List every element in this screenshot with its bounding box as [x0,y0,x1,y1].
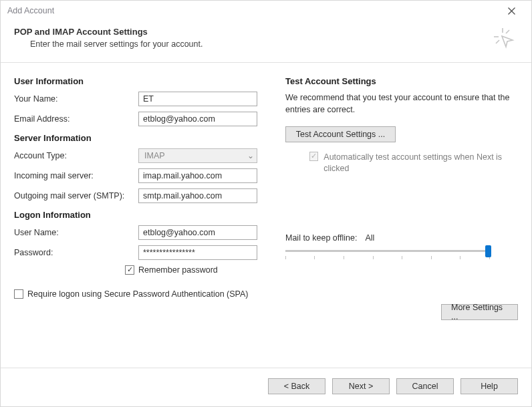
spa-checkbox[interactable] [14,289,23,299]
remember-password-label: Remember password [138,265,218,275]
username-input[interactable] [138,225,257,240]
close-icon [508,7,515,15]
next-button[interactable]: Next > [332,378,390,394]
account-type-select: IMAP ⌄ [138,148,257,163]
username-label: User Name: [14,228,138,237]
slider-track [285,250,489,252]
incoming-server-input[interactable] [138,168,257,183]
your-name-input[interactable] [138,92,257,106]
test-recommend-text: We recommend that you test your account … [285,92,518,116]
titlebar: Add Account [1,1,531,21]
logon-information-heading: Logon Information [14,210,268,220]
spa-row[interactable]: Require logon using Secure Password Auth… [14,289,268,299]
spa-label: Require logon using Secure Password Auth… [27,289,249,299]
window-title: Add Account [7,6,54,15]
account-type-label: Account Type: [14,151,138,160]
auto-test-row: Automatically test account settings when… [309,152,518,174]
mail-offline-label: Mail to keep offline: [285,233,357,243]
email-input[interactable] [138,112,257,126]
mail-offline-section: Mail to keep offline: All [285,233,518,263]
close-button[interactable] [498,1,525,20]
password-row: Password: [14,245,268,260]
incoming-server-label: Incoming mail server: [14,171,138,180]
user-information-heading: User Information [14,76,268,86]
svg-line-5 [496,40,499,43]
test-account-settings-button[interactable]: Test Account Settings ... [285,126,396,142]
outgoing-server-label: Outgoing mail server (SMTP): [14,191,138,200]
chevron-down-icon: ⌄ [247,151,254,160]
header-subtitle: Enter the mail server settings for your … [30,39,203,49]
header-text: POP and IMAP Account Settings Enter the … [14,27,203,49]
right-column: Test Account Settings We recommend that … [285,72,518,361]
help-button[interactable]: Help [460,378,518,394]
outgoing-server-input[interactable] [138,188,257,203]
your-name-label: Your Name: [14,94,138,104]
remember-password-checkbox[interactable] [125,265,134,275]
add-account-dialog: Add Account POP and IMAP Account Setting… [0,0,532,407]
slider-ticks [285,256,489,260]
left-column: User Information Your Name: Email Addres… [14,72,268,361]
test-account-settings-heading: Test Account Settings [285,76,518,86]
incoming-server-row: Incoming mail server: [14,168,268,183]
header: POP and IMAP Account Settings Enter the … [1,21,531,63]
email-label: Email Address: [14,114,138,124]
password-input[interactable] [138,245,257,260]
mail-offline-slider[interactable] [285,247,489,263]
account-type-value: IMAP [144,151,165,160]
auto-test-label: Automatically test account settings when… [323,152,518,174]
cancel-button[interactable]: Cancel [396,378,454,394]
cursor-icon [493,27,518,51]
back-button[interactable]: < Back [268,378,325,394]
your-name-row: Your Name: [14,92,268,106]
mail-offline-value: All [365,233,374,243]
body: User Information Your Name: Email Addres… [1,63,531,368]
header-title: POP and IMAP Account Settings [14,27,203,37]
remember-password-row[interactable]: Remember password [125,265,268,275]
username-row: User Name: [14,225,268,240]
auto-test-checkbox [309,152,318,161]
svg-line-4 [506,30,509,33]
slider-thumb[interactable] [485,245,491,257]
password-label: Password: [14,248,138,257]
outgoing-server-row: Outgoing mail server (SMTP): [14,188,268,203]
server-information-heading: Server Information [14,133,268,143]
account-type-row: Account Type: IMAP ⌄ [14,148,268,163]
more-settings-button[interactable]: More Settings ... [441,304,518,320]
email-row: Email Address: [14,112,268,126]
footer: < Back Next > Cancel Help [1,368,531,406]
